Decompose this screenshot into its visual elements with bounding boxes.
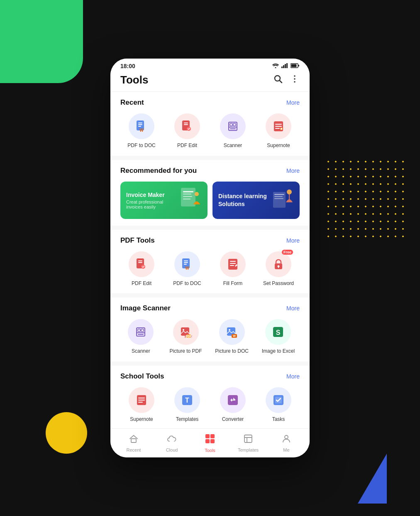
invoice-illustration xyxy=(177,184,202,216)
set-password-label: Set Password xyxy=(263,280,294,287)
tool-image-to-excel[interactable]: S Image to Excel xyxy=(262,319,295,355)
svg-rect-19 xyxy=(184,123,188,123)
search-icon[interactable] xyxy=(273,74,283,86)
nav-templates[interactable]: Templates xyxy=(236,434,261,452)
nav-tools[interactable]: Tools xyxy=(198,433,222,453)
fill-form-icon-wrap xyxy=(220,251,246,277)
svg-rect-87 xyxy=(131,439,136,442)
svg-rect-48 xyxy=(138,262,142,263)
templates-nav-icon xyxy=(243,434,253,446)
converter-icon-wrap xyxy=(220,387,246,413)
pdf-to-doc-icon-wrap: W xyxy=(129,113,154,139)
svg-point-10 xyxy=(294,75,295,77)
svg-point-39 xyxy=(195,192,199,196)
tool-tasks[interactable]: Tasks xyxy=(263,387,294,423)
tool-templates[interactable]: T Templates xyxy=(172,387,203,423)
svg-rect-35 xyxy=(183,191,193,192)
image-to-excel-label: Image to Excel xyxy=(262,348,295,355)
nav-cloud[interactable]: Cloud xyxy=(159,434,184,452)
tool-supernote-2[interactable]: Supernote xyxy=(126,387,157,423)
tool-supernote[interactable]: Supernote xyxy=(263,113,294,149)
rec-card-distance-content: Distance learning Solutions xyxy=(218,192,271,207)
tool-scanner-2[interactable]: Scanner xyxy=(125,319,156,355)
svg-rect-16 xyxy=(138,126,141,127)
svg-rect-34 xyxy=(181,188,195,206)
converter-label: Converter xyxy=(222,416,244,423)
picture-to-pdf-label: Picture to PDF xyxy=(170,348,202,355)
bg-decoration-circle xyxy=(46,412,87,454)
svg-rect-4 xyxy=(286,63,288,68)
home-icon xyxy=(129,434,139,446)
school-tools-section: School Tools More Supernote xyxy=(110,366,310,430)
nav-tools-label: Tools xyxy=(205,448,215,453)
svg-text:S: S xyxy=(276,329,281,336)
signal-icon xyxy=(281,63,288,69)
set-password-icon-wrap: Free xyxy=(266,251,291,277)
tool-set-password[interactable]: Free Set Password xyxy=(263,251,294,287)
distance-illustration xyxy=(271,184,294,216)
svg-rect-14 xyxy=(138,123,142,123)
tool-pdf-edit[interactable]: PDF Edit xyxy=(172,113,203,149)
rec-card-distance[interactable]: Distance learning Solutions xyxy=(212,182,300,219)
svg-rect-37 xyxy=(183,196,192,197)
invoice-title: Invoice Maker xyxy=(126,191,177,199)
nav-me[interactable]: Me xyxy=(274,434,299,452)
svg-rect-51 xyxy=(184,260,188,261)
bottom-nav: Recent Cloud Tools xyxy=(110,428,310,457)
supernote-icon-wrap xyxy=(266,113,291,139)
picture-to-doc-icon-wrap: W xyxy=(219,319,245,345)
phone-shell: 18:00 xyxy=(110,59,310,457)
svg-rect-7 xyxy=(298,65,300,66)
status-icons xyxy=(272,63,300,69)
svg-rect-43 xyxy=(274,198,283,199)
tasks-label: Tasks xyxy=(272,416,285,423)
svg-text:W: W xyxy=(139,128,144,133)
scanner-label: Scanner xyxy=(224,143,242,149)
svg-rect-61 xyxy=(278,266,279,268)
pdf-to-doc-label: PDF to DOC xyxy=(127,143,155,149)
app-header: Tools xyxy=(110,72,310,92)
svg-line-9 xyxy=(280,80,282,83)
templates-label: Templates xyxy=(176,416,199,423)
tool-converter[interactable]: Converter xyxy=(217,387,249,423)
tool-pdf-edit-2[interactable]: PDF Edit xyxy=(126,251,157,287)
svg-rect-53 xyxy=(184,264,187,265)
more-menu-icon[interactable] xyxy=(290,74,300,86)
nav-recent[interactable]: Recent xyxy=(121,434,146,452)
bg-decoration-triangle xyxy=(358,454,387,504)
svg-rect-58 xyxy=(230,265,234,266)
picture-to-doc-label: Picture to DOC xyxy=(215,348,249,355)
image-scanner-more[interactable]: More xyxy=(286,305,300,312)
supernote-label: Supernote xyxy=(267,143,290,149)
tool-scanner[interactable]: Scanner xyxy=(217,113,249,149)
recommended-more[interactable]: More xyxy=(286,167,300,174)
scanner2-icon-wrap xyxy=(128,319,154,345)
svg-rect-20 xyxy=(184,124,188,125)
status-time: 18:00 xyxy=(120,63,135,69)
tool-pdf-to-doc[interactable]: W PDF to DOC xyxy=(126,113,157,149)
school-tools-grid: Supernote T Templates xyxy=(120,387,300,423)
tool-picture-to-doc[interactable]: W Picture to DOC xyxy=(215,319,249,355)
svg-point-44 xyxy=(287,189,292,194)
recommended-cards: Invoice Maker Creat professional invoice… xyxy=(120,182,300,219)
recent-more[interactable]: More xyxy=(286,99,300,106)
pdf-tools-section: PDF Tools More PDF Edit xyxy=(110,230,310,294)
tool-picture-to-pdf[interactable]: PDF PDF Picture to PDF xyxy=(170,319,202,355)
recent-tools-grid: W PDF to DOC P xyxy=(120,113,300,149)
rec-card-invoice-content: Invoice Maker Creat professional invoice… xyxy=(126,191,177,209)
pdf-tools-header: PDF Tools More xyxy=(120,236,300,245)
tools-icon xyxy=(205,433,215,447)
tool-pdf-to-doc-2[interactable]: W PDF to DOC xyxy=(172,251,203,287)
distance-title: Distance learning Solutions xyxy=(218,192,271,207)
rec-card-invoice[interactable]: Invoice Maker Creat professional invoice… xyxy=(120,182,208,219)
fill-form-label: Fill Form xyxy=(223,280,243,287)
status-bar: 18:00 xyxy=(110,59,310,72)
pdf-tools-more[interactable]: More xyxy=(286,237,300,244)
svg-rect-52 xyxy=(184,262,188,263)
school-tools-more[interactable]: More xyxy=(286,373,300,380)
battery-icon xyxy=(291,63,300,69)
svg-rect-24 xyxy=(233,123,236,126)
svg-point-11 xyxy=(294,78,295,80)
tool-fill-form[interactable]: Fill Form xyxy=(217,251,249,287)
svg-point-73 xyxy=(229,329,230,331)
